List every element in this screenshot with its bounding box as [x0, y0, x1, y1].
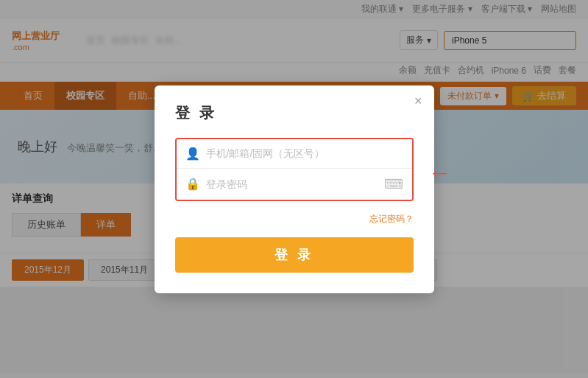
- forgot-password-link[interactable]: 忘记密码？: [369, 214, 414, 224]
- red-arrow-indicator: ←: [428, 161, 452, 184]
- password-row: 🔒 ⌨: [177, 168, 412, 200]
- forgot-password-row: 忘记密码？: [175, 213, 414, 225]
- password-input[interactable]: [206, 178, 378, 190]
- username-input[interactable]: [206, 147, 403, 159]
- input-group-wrapper: 👤 🔒 ⌨ ←: [175, 138, 414, 201]
- input-group: 👤 🔒 ⌨: [175, 138, 414, 201]
- login-dialog: 登 录 × 👤 🔒 ⌨ ← 忘: [155, 85, 434, 293]
- keyboard-icon[interactable]: ⌨: [384, 176, 403, 192]
- user-icon: 👤: [185, 147, 200, 161]
- lock-icon: 🔒: [185, 177, 200, 191]
- dialog-close-button[interactable]: ×: [414, 94, 422, 108]
- username-row: 👤: [177, 139, 412, 168]
- modal-overlay[interactable]: 登 录 × 👤 🔒 ⌨ ← 忘: [0, 0, 588, 378]
- login-button[interactable]: 登 录: [175, 237, 414, 273]
- dialog-title: 登 录: [175, 103, 414, 123]
